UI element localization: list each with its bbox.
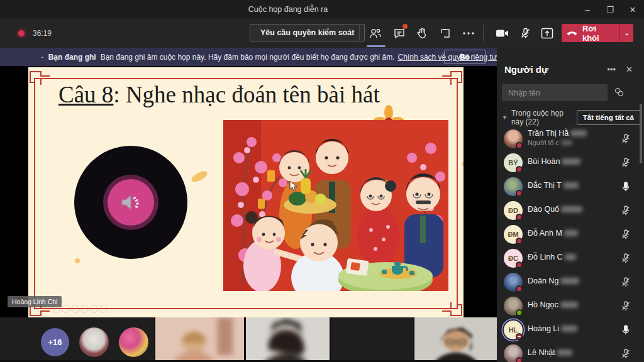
window-title: Cuộc họp đang diễn ra [0,5,576,14]
participants-icon[interactable] [367,25,384,41]
mic-on-icon[interactable] [620,181,631,192]
participant-row[interactable]: Hồ Ngọc [497,294,644,318]
participant-row[interactable]: Lê Nhật [497,342,644,362]
dismiss-banner-button[interactable]: Bỏ [444,50,486,64]
presence-badge [516,238,523,244]
search-input[interactable] [502,89,608,97]
slide-title: Câu 8: Nghe nhạc đoán tên bài hát [58,81,380,108]
section-header: ▼ Trong cuộc họp này (22) Tắt tiếng tất … [502,109,640,126]
meeting-timer: 36:19 [33,29,52,38]
mouse-cursor [289,180,298,192]
slide-nav-dot [90,305,98,313]
title-bar: Cuộc họp đang diễn ra – ❐ ✕ [0,0,644,19]
teams-meeting-window: Cuộc họp đang diễn ra – ❐ ✕ 36:19 Yêu cầ… [0,0,644,362]
copy-link-icon[interactable] [614,87,625,97]
tet-family-illustration [223,120,448,291]
record-label-ring [103,175,158,230]
participant-avatar[interactable] [119,327,148,357]
slide-nav-dot [99,305,108,313]
participant-name: Hoàng Li [528,324,577,333]
participant-name: Trần Thị Hằ [528,129,587,138]
presence-badge [516,166,523,173]
sidebar-scrollbar[interactable] [640,104,642,163]
toolbar-divider [483,25,484,41]
search-box [502,84,608,101]
participant-name: Đỗ Anh M [528,229,578,238]
participant-name: Lê Nhật [528,348,572,357]
maximize-button[interactable]: ❐ [599,0,621,19]
overflow-participants-tile: +16 [0,317,154,360]
panel-close-icon[interactable]: ✕ [621,65,638,74]
participant-name: Doãn Ng [528,277,579,285]
participant-avatar[interactable] [79,327,109,357]
avatar-video-tile[interactable]: ĐM [331,317,413,360]
mic-muted-icon[interactable] [620,277,631,288]
hang-up-icon [567,30,577,36]
presence-badge [516,357,523,362]
camera-icon[interactable] [494,25,511,41]
recording-indicator-icon [16,28,26,38]
participant-row[interactable]: ĐM Đỗ Anh M [497,222,644,246]
presence-badge [516,333,523,340]
warning-icon [42,53,43,62]
recording-banner-message: Bạn đang ghi âm cuộc họp này. Hãy đảm bả… [101,53,395,62]
participant-row[interactable]: HL Hoàng Li [497,318,644,342]
presence-badge [516,142,523,149]
panel-more-icon[interactable]: ••• [602,65,621,74]
participant-video-tile[interactable] [246,317,330,360]
close-button[interactable]: ✕ [621,0,644,19]
mic-muted-icon[interactable] [620,253,631,264]
chat-notification-badge [402,24,408,29]
chevron-down-icon[interactable]: ▼ [502,114,508,121]
more-options-icon[interactable] [460,25,477,41]
leave-button-label: Rời khỏi [582,24,613,43]
request-control-button[interactable]: Yêu cầu quyền kiểm soát [250,24,365,41]
panel-header: Người dự ••• ✕ [504,64,638,75]
mic-muted-icon[interactable] [620,300,631,312]
meeting-toolbar: 36:19 Yêu cầu quyền kiểm soát [0,19,644,48]
participant-row[interactable]: Trần Thị Hằ Người tổ c [497,127,644,151]
raise-hand-icon[interactable] [413,25,431,41]
participant-row[interactable]: ĐD Đào Quố [497,199,644,222]
participant-role: Người tổ c [528,139,572,146]
minimize-button[interactable]: – [576,0,599,19]
mic-on-icon[interactable] [620,324,631,336]
mic-muted-icon[interactable] [516,25,534,41]
participant-row[interactable]: ĐC Đỗ Linh C [497,246,644,270]
participant-row[interactable]: Doãn Ng [497,270,644,294]
slide-nav-dot [62,305,70,313]
mute-all-button[interactable]: Tắt tiếng tất cả [577,110,640,125]
chat-icon[interactable] [391,25,408,41]
participant-row[interactable]: Đắc Thị T [497,175,644,199]
leave-button[interactable]: Rời khỏi ⌄ [562,24,633,42]
mic-muted-icon[interactable] [620,229,631,240]
presence-badge [516,214,523,221]
participant-row[interactable]: BÝ Bùi Hoàn [497,151,644,175]
petal-decoration [75,258,80,263]
leave-chevron-down-icon[interactable]: ⌄ [620,30,633,36]
participant-video-tile[interactable] [155,317,244,360]
presence-badge [516,190,523,197]
vinyl-record [74,146,187,259]
speaker-icon [119,192,142,212]
mic-muted-icon[interactable] [620,157,631,168]
participants-panel: Người dự ••• ✕ ▼ Trong cuộc họp này (22)… [497,48,644,362]
recording-banner: Bạn đang ghi Bạn đang ghi âm cuộc họp nà… [0,48,497,66]
participant-name: Đào Quố [528,205,582,214]
mic-muted-icon[interactable] [620,348,631,359]
mic-muted-icon[interactable] [620,133,631,145]
breakout-rooms-icon[interactable] [436,25,454,41]
share-screen-icon[interactable] [538,25,556,41]
mic-muted-icon[interactable] [620,205,631,216]
participant-name: Hồ Ngọc [528,300,578,309]
presentation-slide: Câu 8: Nghe nhạc đoán tên bài hát [28,67,464,317]
overflow-count-badge[interactable]: +16 [41,328,69,356]
participant-video-tile[interactable] [414,317,497,360]
slide-nav-dot [80,305,89,313]
toolbar-divider [359,25,360,41]
presence-badge [516,261,523,268]
participant-name: Đỗ Linh C [528,253,576,261]
play-audio-button[interactable] [108,179,154,226]
participants-list: Trần Thị Hằ Người tổ c BÝ Bùi Hoàn Đắc T… [497,127,644,362]
presence-badge [516,285,523,292]
